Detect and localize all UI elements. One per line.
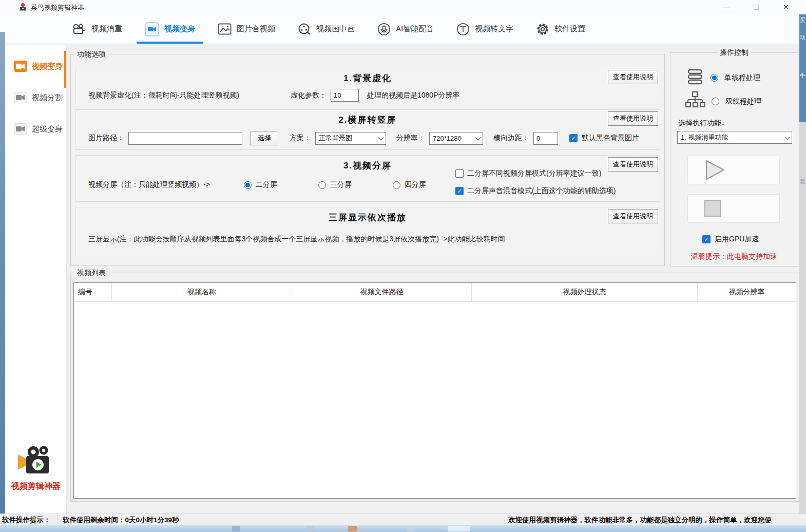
group-label: 功能选项 [75, 50, 108, 59]
sidebar-item-super-transform[interactable]: 超级变身 [5, 118, 66, 140]
single-thread-radio[interactable] [711, 74, 718, 82]
column-header-id[interactable]: 编号 [74, 283, 112, 301]
execute-function-select[interactable]: 1. 视频消重功能 [677, 131, 792, 144]
blur-param-label: 虚化参数： [291, 91, 327, 100]
window-title: 菜鸟视频剪辑神器 [31, 3, 84, 12]
gpu-acceleration-checkbox[interactable] [702, 235, 711, 243]
tab-video-transform[interactable]: 视频变身 [133, 15, 206, 44]
column-header-name[interactable]: 视频名称 [112, 283, 292, 301]
desktop-left-edge [0, 32, 5, 532]
section-video-splitscreen: 3.视频分屏 查看使用说明 视频分屏（注：只能处理竖频视频）-> 二分屏 三分屏… [75, 155, 660, 202]
video-camera-icon [14, 123, 27, 135]
section-triple-screen: 三屏显示依次播放 查看使用说明 三屏显示(注：此功能会按顺序从视频列表里面每3个… [75, 207, 660, 255]
tab-label: 视频消重 [91, 24, 122, 34]
section-landscape-to-portrait: 2.横屏转竖屏 查看使用说明 图片路径： 选择 方案： 正常背景图 分辨率： 7… [75, 109, 660, 150]
image-path-input[interactable] [128, 132, 242, 145]
tab-image-to-video[interactable]: 图片合视频 [206, 15, 286, 44]
gear-icon [536, 23, 549, 36]
maximize-icon [754, 5, 759, 10]
two-split-label: 二分屏 [256, 180, 277, 189]
single-thread-label: 单线程处理 [724, 73, 760, 83]
maximize-button[interactable] [744, 0, 768, 14]
network-tree-icon [685, 91, 705, 112]
chevron-down-icon [784, 134, 790, 139]
status-bar: 软件操作提示： 软件使用剩余时间：0天0小时1分39秒 欢迎使用视频剪辑神器，软… [0, 514, 806, 525]
stop-button[interactable] [687, 194, 780, 223]
margin-label: 横向边距： [493, 134, 529, 143]
four-split-radio[interactable] [393, 181, 400, 189]
scheme-select[interactable]: 正常背景图 [315, 132, 386, 145]
section-title: 2.横屏转竖屏 [75, 114, 660, 126]
section-title: 三屏显示依次播放 [75, 212, 660, 223]
group-label: 视频列表 [75, 269, 108, 278]
movie-camera-logo-icon [16, 446, 56, 478]
sidebar-item-label: 视频变身 [32, 62, 63, 71]
tab-label: 图片合视频 [237, 24, 275, 34]
choose-button[interactable]: 选择 [251, 131, 278, 145]
section-background-blur: 1.背景虚化 查看使用说明 视频背景虚化(注：很耗时间-只能处理竖频视频) 虚化… [75, 68, 660, 103]
three-split-radio[interactable] [318, 181, 326, 189]
edge-text-fragment: 买 [799, 16, 806, 24]
microphone-icon [377, 23, 391, 36]
taskbar-sliver [0, 525, 806, 532]
stop-icon [703, 199, 722, 218]
stack-icon [686, 68, 704, 87]
tab-video-dedup[interactable]: 视频消重 [61, 15, 133, 44]
scheme-label: 方案： [290, 134, 311, 143]
sidebar-item-video-transform[interactable]: 视频变身 [5, 55, 66, 78]
help-button[interactable]: 查看使用说明 [608, 157, 658, 172]
blur-result-label: 处理的视频后是1080P分辨率 [367, 91, 459, 100]
top-tab-bar: 视频消重 视频变身 图片合视频 [0, 14, 799, 44]
chevron-down-icon [475, 135, 481, 140]
tab-label: 视频转文字 [475, 24, 513, 34]
background-window-strip [799, 14, 806, 122]
close-button[interactable]: × [774, 0, 798, 14]
column-header-path[interactable]: 视频文件路径 [292, 283, 472, 301]
sidebar-item-video-split[interactable]: 视频分割 [5, 86, 66, 109]
taskbar-icon [232, 526, 240, 531]
video-camera-icon [14, 61, 27, 72]
different-video-split-checkbox[interactable] [455, 169, 464, 178]
tab-label: 视频画中画 [316, 24, 355, 34]
active-item-accent-bar [64, 51, 66, 88]
letter-t-circle-icon [456, 23, 470, 36]
tab-video-to-text[interactable]: 视频转文字 [445, 15, 525, 44]
dual-thread-radio[interactable] [712, 98, 719, 105]
status-left-label: 软件操作提示： [2, 516, 51, 525]
chevron-down-icon [378, 135, 384, 140]
margin-input[interactable] [533, 132, 558, 145]
edge-text-fragment: 复 [799, 178, 806, 185]
black-background-checkbox[interactable] [569, 134, 578, 142]
two-split-radio[interactable] [244, 181, 252, 189]
start-button[interactable] [687, 156, 780, 184]
column-header-resolution[interactable]: 视频分辨率 [698, 283, 796, 301]
black-background-label: 默认黑色背景图片 [582, 134, 639, 143]
desktop-right-edge: 买 动 牛 复 [799, 14, 806, 525]
blur-param-input[interactable] [331, 89, 359, 102]
column-header-status[interactable]: 视频处理状态 [472, 283, 698, 301]
operation-control-group: 操作控制 单线程处理 双线程处理 选择执行功能↓ 1. 视频消重功能 [670, 52, 798, 267]
taskbar-icon [448, 526, 470, 531]
video-list-group: 视频列表 编号 视频名称 视频文件路径 视频处理状态 视频分辨率 [70, 273, 799, 502]
resolution-select[interactable]: 720*1280 [429, 132, 483, 145]
minimize-button[interactable]: — [715, 0, 738, 14]
sidebar-item-label: 超级变身 [32, 124, 63, 134]
help-button[interactable]: 查看使用说明 [608, 70, 658, 84]
taskbar-icon [307, 526, 315, 531]
active-tab-underline [137, 42, 203, 44]
video-table-header: 编号 视频名称 视频文件路径 视频处理状态 视频分辨率 [74, 283, 796, 302]
gpu-support-tip: 温馨提示：此电脑支持加速 [670, 252, 798, 261]
video-camera-icon [145, 22, 159, 36]
status-welcome-text: 欢迎使用视频剪辑神器，软件功能非常多，功能都是独立分明的，操作简单，欢迎您使 [508, 516, 772, 525]
tab-video-pip[interactable]: 视频画中画 [286, 15, 366, 44]
help-button[interactable]: 查看使用说明 [608, 209, 658, 223]
group-label: 操作控制 [718, 48, 751, 58]
triple-screen-note: 三屏显示(注：此功能会按顺序从视频列表里面每3个视频合成一个三屏显示视频，播放的… [88, 235, 660, 244]
tab-settings[interactable]: 软件设置 [525, 15, 597, 44]
help-button[interactable]: 查看使用说明 [608, 111, 658, 126]
audio-mix-checkbox[interactable] [455, 187, 464, 195]
tab-ai-dubbing[interactable]: AI智能配音 [366, 15, 445, 44]
app-logo-icon [18, 3, 27, 13]
status-divider [57, 516, 58, 524]
app-logo-block: 视频剪辑神器 [5, 446, 67, 492]
